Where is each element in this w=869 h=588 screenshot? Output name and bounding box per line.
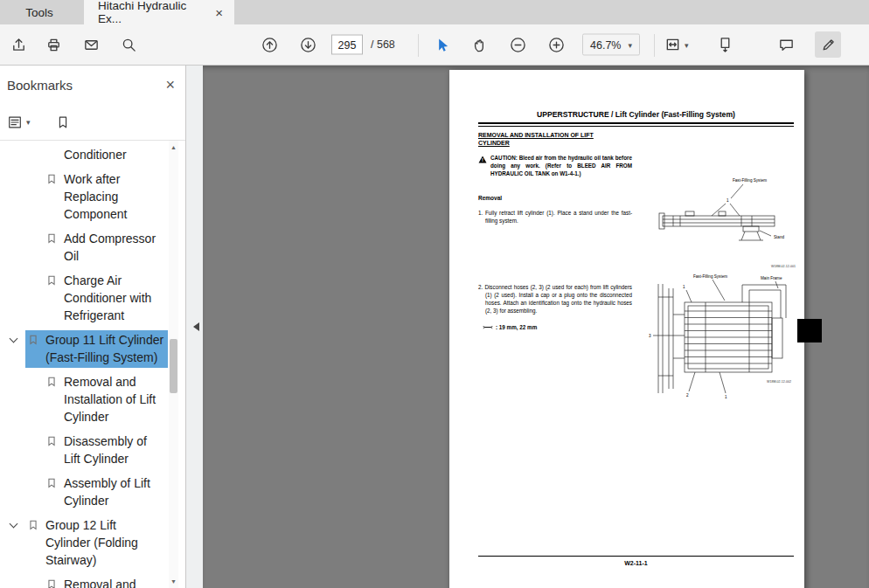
previous-page-button[interactable] <box>256 31 282 58</box>
search-icon <box>121 37 137 53</box>
figure-2-drawing: Fast-Filling System Main Frame 1 3 2 1 W… <box>646 271 796 402</box>
bookmark-item-group-11-lift-cylinder[interactable]: Group 11 Lift Cylinder (Fast-Filling Sys… <box>0 330 168 368</box>
page-header: UPPERSTRUCTURE / Lift Cylinder (Fast-Fil… <box>478 110 794 119</box>
annotate-button[interactable] <box>815 31 841 58</box>
tab-document[interactable]: Hitachi Hydraulic Ex... × <box>84 0 234 24</box>
tab-tools-label: Tools <box>25 6 53 19</box>
bookmark-item-assembly[interactable]: Assembly of Lift Cylinder <box>0 474 168 511</box>
bookmark-label: Assembly of Lift Cylinder <box>64 474 164 509</box>
caution-text: CAUTION: Bleed air from the hydraulic oi… <box>490 155 632 178</box>
figure-2-callout-left: 3 <box>649 334 651 338</box>
pdf-page: UPPERSTRUCTURE / Lift Cylinder (Fast-Fil… <box>449 70 804 588</box>
page-down-icon <box>300 37 316 53</box>
bookmarks-panel-title: Bookmarks <box>7 78 73 93</box>
page-up-icon <box>261 37 278 53</box>
panel-options-icon <box>7 114 23 130</box>
wrench-note: : 19 mm, 22 mm <box>483 324 537 330</box>
bookmark-label: Removal and Installation of Lift Cylinde… <box>64 373 164 425</box>
share-icon <box>10 37 27 53</box>
page-number-input[interactable] <box>331 35 363 55</box>
pencil-icon <box>820 37 837 53</box>
print-button[interactable] <box>40 31 66 58</box>
bookmark-options-button[interactable]: ▾ <box>7 114 31 130</box>
bookmarks-panel: Bookmarks × ▾ Conditioner <box>0 66 185 588</box>
toolbar-separator <box>654 34 655 57</box>
share-button[interactable] <box>5 31 31 58</box>
step-1-text: 1. Fully retract lift cylinder (1). Plac… <box>478 209 632 225</box>
tab-document-label: Hitachi Hydraulic Ex... <box>98 0 212 25</box>
bookmark-icon <box>27 334 39 346</box>
figure-1-stand-label: Stand <box>774 235 784 239</box>
zoom-out-button[interactable] <box>504 31 531 58</box>
scroll-page-icon <box>717 37 733 53</box>
chevron-down-icon[interactable] <box>10 520 18 529</box>
caret-down-icon: ▾ <box>26 118 31 127</box>
close-panel-icon[interactable]: × <box>165 77 175 93</box>
caution-block: ! CAUTION: Bleed air from the hydraulic … <box>478 155 632 178</box>
bookmark-icon <box>45 376 58 388</box>
bookmark-icon <box>45 477 58 489</box>
bookmark-label: Disassembly of Lift Cylinder <box>64 432 164 467</box>
bookmark-label: Group 11 Lift Cylinder (Fast-Filling Sys… <box>45 331 164 366</box>
caret-down-icon: ▾ <box>628 40 632 49</box>
collapse-panel-icon[interactable] <box>189 322 199 331</box>
figure-1-system-label: Fast-Filling System <box>733 178 767 183</box>
hand-tool-button[interactable] <box>467 31 493 58</box>
chevron-down-icon[interactable] <box>10 335 18 343</box>
email-button[interactable] <box>78 31 104 58</box>
caret-down-icon: ▾ <box>685 40 689 49</box>
document-area[interactable]: UPPERSTRUCTURE / Lift Cylinder (Fast-Fil… <box>203 66 869 588</box>
bookmark-item-conditioner[interactable]: Conditioner <box>0 145 168 165</box>
bookmark-item-removal-installation[interactable]: Removal and Installation of Lift Cylinde… <box>0 372 168 427</box>
page-scrolling-button[interactable] <box>712 31 738 58</box>
bookmark-label: Charge Air Conditioner with Refrigerant <box>64 272 164 324</box>
bookmark-icon <box>45 232 58 245</box>
figure-fast-filling-plan-view: Fast-Filling System Main Frame 1 3 2 1 W… <box>646 271 796 402</box>
header-rule-thin <box>478 126 794 127</box>
zoom-level-value: 46.7% <box>590 38 621 51</box>
figure-1-ref: W18M-02-12-001 <box>771 265 796 268</box>
bookmarks-panel-toolbar: ▾ <box>0 104 185 141</box>
tab-tools[interactable]: Tools <box>0 0 79 24</box>
next-page-button[interactable] <box>295 31 321 58</box>
caution-icon: ! <box>478 156 487 163</box>
bookmark-item-disassembly[interactable]: Disassembly of Lift Cylinder <box>0 432 168 469</box>
bookmark-item-removal-truncated[interactable]: Removal and <box>0 575 168 588</box>
zoom-in-button[interactable] <box>543 31 569 58</box>
tab-bar: Tools Hitachi Hydraulic Ex... × <box>0 0 869 24</box>
fit-width-icon <box>664 37 681 53</box>
header-rule <box>478 122 794 124</box>
panel-splitter[interactable] <box>185 66 203 588</box>
search-button[interactable] <box>115 31 142 58</box>
bookmark-label: Group 12 Lift Cylinder (Folding Stairway… <box>45 516 164 569</box>
figure-1-callout-1: 1 <box>726 198 729 203</box>
page-footer: W2-11-1 <box>478 560 794 566</box>
figure-2-callout-bottom-right: 1 <box>725 395 727 399</box>
bookmarks-tree: Conditioner Work after Replacing Compone… <box>0 141 168 588</box>
bookmark-label: Conditioner <box>64 146 127 163</box>
bookmarks-scrollbar[interactable]: ▲ ▼ <box>169 141 178 588</box>
scroll-up-icon[interactable]: ▲ <box>169 144 178 150</box>
scrollbar-thumb[interactable] <box>170 339 177 393</box>
add-bookmark-icon <box>55 114 71 130</box>
add-bookmark-button[interactable] <box>55 114 71 130</box>
zoom-out-icon <box>510 37 526 53</box>
figure-1-drawing: Fast-Filling System 1 Stand W18M-02-12-0… <box>657 171 797 271</box>
removal-heading: Removal <box>478 195 502 201</box>
bookmark-item-charge-air-conditioner[interactable]: Charge Air Conditioner with Refrigerant <box>0 271 168 326</box>
bookmark-item-work-after-replacing[interactable]: Work after Replacing Component <box>0 169 168 225</box>
close-tab-icon[interactable]: × <box>212 6 226 19</box>
fit-width-button[interactable]: ▾ <box>664 37 689 53</box>
bookmark-item-add-compressor-oil[interactable]: Add Compressor Oil <box>0 229 168 266</box>
black-marker-box <box>797 319 822 342</box>
select-tool-button[interactable] <box>428 31 455 58</box>
zoom-level-dropdown[interactable]: 46.7% ▾ <box>582 34 640 56</box>
print-icon <box>45 37 62 53</box>
bookmark-icon <box>45 274 58 287</box>
bookmark-label: Add Compressor Oil <box>64 230 164 265</box>
comment-button[interactable] <box>773 31 799 58</box>
main-toolbar: / 568 46.7% ▾ ▾ <box>0 24 869 66</box>
scroll-down-icon[interactable]: ▼ <box>169 578 178 585</box>
bookmark-item-group-12-lift-cylinder[interactable]: Group 12 Lift Cylinder (Folding Stairway… <box>0 515 168 571</box>
page-total-label: / 568 <box>371 38 395 51</box>
